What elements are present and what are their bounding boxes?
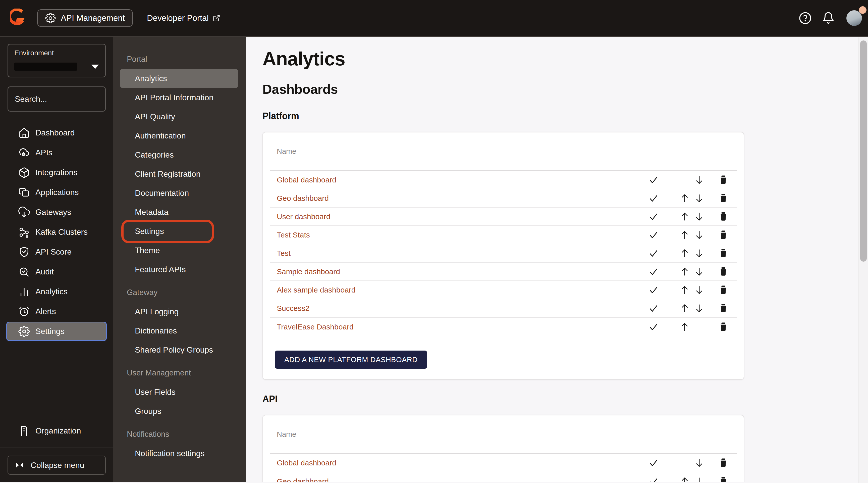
developer-portal-link[interactable]: Developer Portal — [147, 13, 220, 23]
dashboard-name-link[interactable]: Sample dashboard — [277, 267, 648, 276]
delete-trash-icon[interactable] — [718, 230, 728, 240]
sidebar-item-gateways[interactable]: Gateways — [6, 203, 107, 222]
enabled-check-icon[interactable] — [648, 458, 659, 468]
move-up-icon[interactable] — [679, 211, 690, 222]
api-management-switcher[interactable]: API Management — [37, 9, 133, 27]
subnav-item-documentation[interactable]: Documentation — [120, 183, 238, 203]
collapse-menu-button[interactable]: Collapse menu — [7, 456, 106, 475]
user-avatar[interactable] — [846, 10, 862, 26]
subnav-item-api-quality[interactable]: API Quality — [120, 107, 238, 126]
dashboard-name-link[interactable]: Alex sample dashboard — [277, 286, 648, 294]
move-up-icon[interactable] — [679, 476, 690, 483]
enabled-check-icon[interactable] — [648, 248, 659, 259]
move-up-icon[interactable] — [679, 248, 690, 259]
delete-trash-icon[interactable] — [718, 212, 728, 222]
move-down-icon[interactable] — [694, 211, 705, 222]
sidebar-item-apis[interactable]: APIs — [6, 143, 107, 162]
notifications-bell-icon[interactable] — [822, 11, 835, 25]
sidebar-item-organization[interactable]: Organization — [6, 421, 107, 441]
sidebar-item-label: Gateways — [35, 208, 71, 217]
dashboard-name-link[interactable]: Test — [277, 249, 648, 258]
enabled-check-icon[interactable] — [648, 230, 659, 240]
subnav-item-analytics[interactable]: Analytics — [120, 69, 238, 88]
delete-trash-icon[interactable] — [718, 267, 728, 277]
move-down-icon[interactable] — [694, 285, 705, 295]
subnav-item-settings[interactable]: Settings — [120, 222, 238, 241]
sidebar-item-kafka-clusters[interactable]: Kafka Clusters — [6, 222, 107, 242]
move-down-icon[interactable] — [694, 303, 705, 313]
sidebar-item-dashboard[interactable]: Dashboard — [6, 123, 107, 143]
dashboard-name-link[interactable]: Test Stats — [277, 231, 648, 239]
subnav-section: Gateway API Logging Dictionaries Shared … — [113, 283, 246, 359]
dashboard-name-link[interactable]: Geo dashboard — [277, 194, 648, 203]
delete-trash-icon[interactable] — [718, 285, 728, 295]
dashboard-name-link[interactable]: Global dashboard — [277, 459, 648, 467]
add-platform-dashboard-button[interactable]: ADD A NEW PLATFORM DASHBOARD — [275, 351, 427, 369]
delete-trash-icon[interactable] — [718, 248, 728, 258]
subnav-item-featured-apis[interactable]: Featured APIs — [120, 260, 238, 279]
subnav-item-dictionaries[interactable]: Dictionaries — [120, 321, 238, 340]
page-scrollbar-track[interactable] — [858, 37, 868, 483]
move-down-icon[interactable] — [694, 476, 705, 483]
move-down-icon[interactable] — [694, 266, 705, 277]
sidebar-item-applications[interactable]: Applications — [6, 183, 107, 202]
environment-selector[interactable]: Environment — [7, 44, 106, 78]
move-up-icon[interactable] — [679, 193, 690, 204]
move-down-icon[interactable] — [694, 193, 705, 204]
enabled-check-icon[interactable] — [648, 285, 659, 295]
subnav-item-groups[interactable]: Groups — [120, 401, 238, 421]
move-up-icon[interactable] — [679, 285, 690, 295]
enabled-check-icon[interactable] — [648, 266, 659, 277]
subnav-item-theme[interactable]: Theme — [120, 241, 238, 260]
enabled-check-icon[interactable] — [648, 211, 659, 222]
dashboard-name-link[interactable]: TravelEase Dashboard — [277, 323, 648, 331]
move-down-icon[interactable] — [694, 175, 705, 185]
enabled-check-icon[interactable] — [648, 175, 659, 185]
move-down-icon[interactable] — [694, 458, 705, 468]
enabled-check-icon[interactable] — [648, 322, 659, 332]
help-icon[interactable] — [799, 11, 812, 25]
sidebar-item-alerts[interactable]: Alerts — [6, 302, 107, 321]
subnav-item-client-registration[interactable]: Client Registration — [120, 164, 238, 183]
delete-trash-icon[interactable] — [718, 303, 728, 313]
enabled-check-icon[interactable] — [648, 303, 659, 313]
sidebar-item-settings[interactable]: Settings — [6, 322, 107, 341]
subnav-item-categories[interactable]: Categories — [120, 145, 238, 164]
move-down-icon[interactable] — [694, 248, 705, 259]
sidebar-item-api-score[interactable]: API Score — [6, 242, 107, 262]
delete-trash-icon[interactable] — [718, 322, 728, 332]
gear-icon — [18, 326, 30, 337]
subnav-item-api-portal-information[interactable]: API Portal Information — [120, 88, 238, 107]
move-down-icon[interactable] — [694, 230, 705, 240]
sidebar-item-integrations[interactable]: Integrations — [6, 163, 107, 182]
search-input[interactable] — [15, 94, 120, 104]
enabled-check-icon[interactable] — [648, 476, 659, 483]
subnav-item-user-fields[interactable]: User Fields — [120, 383, 238, 401]
subnav-item-api-logging[interactable]: API Logging — [120, 302, 238, 321]
sidebar-item-analytics[interactable]: Analytics — [6, 282, 107, 301]
subnav-item-authentication[interactable]: Authentication — [120, 126, 238, 145]
subnav-item-label: Groups — [135, 406, 161, 416]
sidebar-item-label: APIs — [35, 148, 53, 157]
delete-trash-icon[interactable] — [718, 458, 728, 468]
move-up-icon[interactable] — [679, 266, 690, 277]
dashboard-name-link[interactable]: Geo dashboard — [277, 477, 648, 483]
delete-trash-icon[interactable] — [718, 477, 728, 483]
dashboard-name-link[interactable]: Success2 — [277, 304, 648, 312]
delete-trash-icon[interactable] — [718, 193, 728, 203]
delete-trash-icon[interactable] — [718, 175, 728, 185]
subnav-item-label: Notification settings — [135, 449, 205, 458]
dashboard-name-link[interactable]: User dashboard — [277, 212, 648, 221]
subnav-item-shared-policy-groups[interactable]: Shared Policy Groups — [120, 340, 238, 359]
subnav-item-metadata[interactable]: Metadata — [120, 203, 238, 222]
move-up-icon[interactable] — [679, 322, 690, 332]
move-up-icon[interactable] — [679, 230, 690, 240]
move-up-icon[interactable] — [679, 303, 690, 313]
enabled-check-icon[interactable] — [648, 193, 659, 204]
subnav-section-title: Portal — [113, 50, 246, 69]
subnav-item-notification-settings[interactable]: Notification settings — [120, 444, 238, 463]
page-scrollbar-thumb[interactable] — [860, 40, 867, 262]
sidebar-item-audit[interactable]: Audit — [6, 262, 107, 281]
cloud-gear-icon — [18, 147, 30, 158]
dashboard-name-link[interactable]: Global dashboard — [277, 176, 648, 184]
